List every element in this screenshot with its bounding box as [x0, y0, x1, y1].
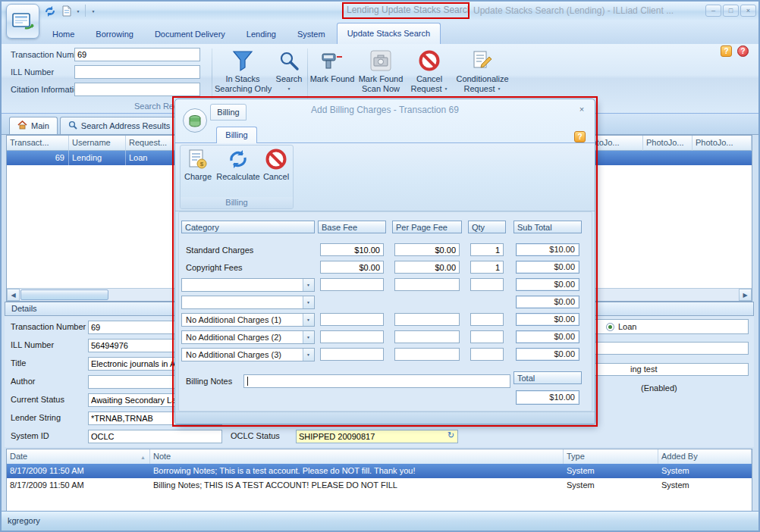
qty-input[interactable] [470, 261, 504, 274]
qty-input[interactable] [470, 330, 504, 343]
category-dropdown[interactable]: No Additional Charges (1) [181, 313, 315, 327]
red-help-button[interactable]: ? [737, 45, 749, 57]
citation-information-label: Citation Information [11, 85, 83, 94]
base-fee-input[interactable] [320, 243, 384, 256]
annotation-box-title: Lending Update Stacks Search [342, 2, 470, 19]
sub-total-value: $0.00 [516, 296, 579, 308]
ribbon-separator [212, 49, 212, 106]
chevron-down-icon[interactable] [303, 349, 314, 361]
scroll-thumb[interactable] [20, 289, 108, 300]
chevron-down-icon[interactable] [303, 331, 314, 343]
button-label: In Stacks [215, 74, 271, 84]
billing-notes-input[interactable] [243, 374, 510, 388]
tab-main[interactable]: Main [9, 117, 58, 134]
column-header-per-page-fee: Per Page Fee [392, 221, 462, 233]
column-header-type[interactable]: Type [564, 449, 658, 465]
loan-radio-button[interactable] [606, 323, 614, 331]
sync-icon[interactable] [42, 4, 58, 18]
qty-input[interactable] [470, 278, 504, 291]
system-id-field[interactable] [88, 430, 222, 443]
cell-note: Borrowing Notes; This is a test account.… [150, 464, 564, 478]
chevron-down-icon[interactable] [303, 279, 314, 291]
base-fee-input[interactable] [320, 278, 384, 291]
ribbon-tab-update-stacks-search[interactable]: Update Stacks Search [337, 23, 441, 44]
note-row[interactable]: 8/17/2009 11:50 AM Billing Notes; THIS I… [7, 478, 752, 493]
ribbon-tab-home[interactable]: Home [42, 25, 84, 44]
button-label: Charge [181, 172, 215, 182]
category-dropdown[interactable]: No Additional Charges (2) [181, 330, 315, 344]
base-fee-input[interactable] [320, 348, 384, 361]
category-dropdown[interactable] [181, 296, 315, 309]
category-dropdown[interactable]: No Additional Charges (3) [181, 348, 315, 361]
system-id-label: System ID [11, 431, 49, 440]
column-header-photojournal-3[interactable]: PhotoJo... [692, 136, 752, 151]
charge-icon: $ [186, 147, 210, 171]
chevron-down-icon[interactable] [303, 296, 314, 308]
column-header-date[interactable]: Date ▲ [7, 449, 150, 465]
transaction-number-input[interactable] [74, 48, 200, 61]
column-header-added-by[interactable]: Added By [658, 449, 752, 465]
orange-help-button[interactable]: ? [721, 45, 732, 57]
base-fee-input[interactable] [320, 261, 384, 274]
column-header-note[interactable]: Note [150, 449, 564, 465]
per-page-fee-input[interactable] [394, 243, 460, 256]
base-fee-input[interactable] [320, 313, 384, 326]
category-dropdown[interactable] [181, 278, 315, 292]
column-header-transaction[interactable]: Transact... [7, 136, 69, 151]
ill-number-input[interactable] [74, 65, 200, 79]
scanner-icon [320, 49, 344, 73]
illiad-client-window: ▼ ▼ Lending Update Stacks Search Update … [0, 0, 760, 532]
tab-billing[interactable]: Billing [216, 127, 257, 143]
recalculate-button[interactable]: Recalculate [216, 146, 260, 194]
column-header-request[interactable]: Request... [126, 136, 177, 151]
conditionalize-icon [470, 49, 495, 73]
close-button[interactable]: × [740, 5, 756, 17]
dropdown-value: No Additional Charges (1) [182, 314, 303, 326]
qat-dropdown-icon[interactable]: ▼ [74, 4, 82, 18]
no-entry-icon [417, 49, 441, 73]
current-status-label: Current Status [11, 395, 64, 404]
citation-information-input[interactable] [74, 83, 200, 96]
qty-input[interactable] [470, 348, 504, 361]
ribbon-tab-document-delivery[interactable]: Document Delivery [145, 25, 235, 44]
per-page-fee-input[interactable] [394, 330, 460, 343]
base-fee-input[interactable] [320, 330, 384, 343]
qty-input[interactable] [470, 243, 504, 256]
home-icon [17, 120, 27, 131]
per-page-fee-input[interactable] [394, 313, 460, 326]
cell-transaction: 69 [7, 151, 69, 165]
notes-grid: Date ▲ Note Type Added By 8/17/2009 11:5… [6, 449, 752, 512]
qat-customize-icon[interactable]: ▼ [88, 4, 99, 18]
app-logo-icon[interactable] [6, 4, 39, 39]
cell-added-by: System [658, 478, 752, 493]
no-entry-icon [264, 147, 288, 171]
chevron-down-icon[interactable] [303, 314, 314, 326]
funnel-icon [231, 49, 255, 73]
cancel-button[interactable]: Cancel [260, 146, 292, 194]
dropdown-arrow-icon [495, 84, 501, 93]
column-header-username[interactable]: Username [69, 136, 126, 151]
qty-input[interactable] [470, 313, 504, 326]
dialog-close-button[interactable]: × [576, 104, 588, 116]
oclc-status-value[interactable] [296, 430, 458, 443]
dialog-help-button[interactable]: ? [574, 131, 586, 142]
maximize-button[interactable]: □ [723, 5, 739, 17]
ribbon-tab-system[interactable]: System [287, 25, 335, 44]
scroll-left-button[interactable]: ◀ [7, 289, 20, 301]
tab-search-address-results[interactable]: Search Address Results [60, 117, 178, 134]
column-header-photojournal-2[interactable]: PhotoJo... [643, 136, 692, 151]
refresh-icon[interactable]: ↻ [448, 430, 454, 440]
minimize-button[interactable]: – [705, 5, 721, 17]
billing-app-icon[interactable] [183, 108, 207, 133]
cell-type: System [564, 464, 658, 478]
per-page-fee-input[interactable] [394, 278, 460, 291]
loan-radio-label: Loan [618, 322, 636, 331]
ribbon-tab-lending[interactable]: Lending [237, 25, 286, 44]
per-page-fee-input[interactable] [394, 261, 460, 274]
ribbon-tab-borrowing[interactable]: Borrowing [86, 25, 143, 44]
new-request-icon[interactable] [59, 4, 74, 18]
per-page-fee-input[interactable] [394, 348, 460, 361]
scroll-right-button[interactable]: ▶ [739, 289, 752, 301]
charge-button[interactable]: $ Charge [181, 146, 215, 194]
note-row[interactable]: 8/17/2009 11:50 AM Borrowing Notes; This… [7, 464, 752, 478]
